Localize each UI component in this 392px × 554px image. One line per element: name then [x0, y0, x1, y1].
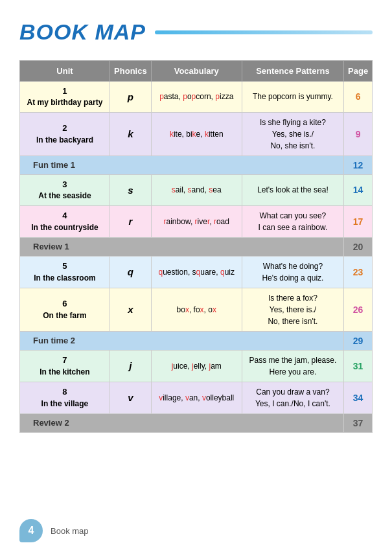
page-num-cell: 34 — [344, 382, 373, 413]
unit-cell: 3 At the seaside — [20, 174, 110, 205]
sentence-cell: What's he doing?He's doing a quiz. — [242, 256, 344, 288]
table-row: 1 At my birthday party p pasta, popcorn,… — [20, 82, 373, 113]
page-num-cell: 17 — [344, 205, 373, 237]
unit-name: In the kitchen — [25, 367, 104, 378]
table-row: Review 2 37 — [20, 413, 373, 432]
sentence-cell: Can you draw a van?Yes, I can./No, I can… — [242, 382, 344, 413]
phonics-cell: p — [110, 82, 151, 113]
page-number: 31 — [353, 361, 363, 371]
unit-number: 8 — [25, 386, 104, 398]
footer-page-number: 4 — [19, 519, 43, 542]
vocab-cell: rainbow, river, road — [151, 205, 242, 237]
phonics-cell: s — [110, 174, 151, 205]
sentence-cell: Is there a fox?Yes, there is./No, there … — [242, 288, 344, 331]
unit-name: On the farm — [25, 310, 104, 321]
sentence-cell: The popcorn is yummy. — [242, 82, 344, 113]
sentence-cell: What can you see?I can see a rainbow. — [242, 205, 344, 237]
funtime-label: Fun time 2 — [33, 336, 75, 345]
table-row: Fun time 2 29 — [20, 331, 373, 350]
page-number: 34 — [353, 393, 363, 403]
table-row: Fun time 1 12 — [20, 156, 373, 174]
unit-cell: 4 In the countryside — [20, 205, 110, 237]
phonics-cell: j — [110, 350, 151, 382]
unit-number: 3 — [25, 179, 104, 190]
table-row: 3 At the seaside s sail, sand, sea Let's… — [20, 174, 373, 205]
page-title: BOOK MAP — [19, 19, 146, 45]
unit-cell: 2 In the backyard — [20, 112, 110, 156]
review-label: Review 2 — [33, 418, 69, 428]
unit-name: In the classroom — [25, 273, 104, 284]
page-num-cell: 31 — [344, 350, 373, 382]
footer: 4 Book map — [0, 519, 392, 542]
vocab-cell: sail, sand, sea — [151, 174, 242, 205]
vocab-cell: kite, bike, kitten — [151, 112, 242, 156]
page-num-cell: 14 — [344, 174, 373, 205]
page-number: 6 — [356, 91, 361, 102]
phonics-cell: v — [110, 382, 151, 413]
unit-name: At my birthday party — [25, 97, 104, 108]
page-num-cell: 26 — [344, 288, 373, 331]
page: BOOK MAP Unit Phonics Vocabulary Sentenc… — [0, 0, 392, 554]
vocab-cell: juice, jelly, jam — [151, 350, 242, 382]
phonics-cell: r — [110, 205, 151, 237]
unit-name: At the seaside — [25, 190, 104, 202]
unit-number: 5 — [25, 260, 104, 272]
page-number: 37 — [353, 418, 363, 428]
col-sentence-patterns: Sentence Patterns — [242, 61, 344, 82]
col-unit: Unit — [20, 61, 110, 82]
table-row: 5 In the classroom q question, square, q… — [20, 256, 373, 288]
unit-cell: 1 At my birthday party — [20, 82, 110, 113]
col-phonics: Phonics — [110, 61, 151, 82]
page-number: 9 — [356, 129, 361, 139]
book-map-table: Unit Phonics Vocabulary Sentence Pattern… — [19, 60, 373, 433]
page-number: 29 — [353, 336, 363, 346]
page-num-cell: 9 — [344, 112, 373, 156]
funtime-label: Fun time 1 — [33, 160, 75, 170]
unit-cell: 5 In the classroom — [20, 256, 110, 288]
page-num-cell: 6 — [344, 82, 373, 113]
table-row: 7 In the kitchen j juice, jelly, jam Pas… — [20, 350, 373, 382]
unit-cell: 6 On the farm — [20, 288, 110, 331]
title-decoration — [155, 30, 373, 34]
page-number: 12 — [353, 160, 363, 170]
unit-number: 7 — [25, 354, 104, 366]
sentence-cell: Let's look at the sea! — [242, 174, 344, 205]
title-section: BOOK MAP — [19, 19, 373, 45]
footer-label: Book map — [51, 526, 89, 536]
sentence-cell: Pass me the jam, please.Here you are. — [242, 350, 344, 382]
page-number: 17 — [353, 216, 363, 227]
page-number: 23 — [353, 267, 363, 277]
phonics-cell: x — [110, 288, 151, 331]
page-num-cell: 23 — [344, 256, 373, 288]
phonics-cell: k — [110, 112, 151, 156]
unit-name: In the village — [25, 398, 104, 410]
vocab-cell: question, square, quiz — [151, 256, 242, 288]
review-label: Review 1 — [33, 242, 69, 251]
unit-cell: 7 In the kitchen — [20, 350, 110, 382]
table-row: 2 In the backyard k kite, bike, kitten I… — [20, 112, 373, 156]
phonics-cell: q — [110, 256, 151, 288]
unit-name: In the countryside — [25, 222, 104, 233]
vocab-cell: box, fox, ox — [151, 288, 242, 331]
col-vocabulary: Vocabulary — [151, 61, 242, 82]
table-header-row: Unit Phonics Vocabulary Sentence Pattern… — [20, 61, 373, 82]
page-number: 20 — [353, 242, 363, 252]
unit-number: 6 — [25, 298, 104, 310]
unit-name: In the backyard — [25, 135, 104, 146]
unit-number: 4 — [25, 210, 104, 222]
col-page: Page — [344, 61, 373, 82]
table-row: 8 In the village v village, van, volleyb… — [20, 382, 373, 413]
sentence-cell: Is she flying a kite?Yes, she is./No, sh… — [242, 112, 344, 156]
vocab-cell: pasta, popcorn, pizza — [151, 82, 242, 113]
unit-cell: 8 In the village — [20, 382, 110, 413]
page-number: 14 — [353, 185, 363, 195]
table-row: Review 1 20 — [20, 237, 373, 256]
table-row: 4 In the countryside r rainbow, river, r… — [20, 205, 373, 237]
unit-number: 1 — [25, 86, 104, 97]
page-number: 26 — [353, 305, 363, 315]
vocab-cell: village, van, volleyball — [151, 382, 242, 413]
table-row: 6 On the farm x box, fox, ox Is there a … — [20, 288, 373, 331]
unit-number: 2 — [25, 122, 104, 134]
